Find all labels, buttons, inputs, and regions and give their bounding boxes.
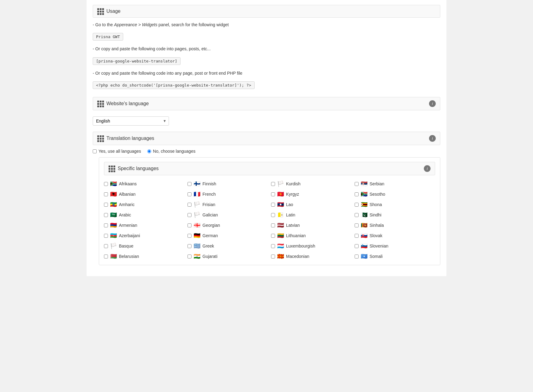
lang-name-text: Amharic xyxy=(119,202,134,207)
lang-checkbox[interactable] xyxy=(355,203,359,207)
lang-checkbox[interactable] xyxy=(188,255,191,258)
lang-checkbox[interactable] xyxy=(271,223,275,227)
shortcode-box[interactable]: [prisna-google-website-translator] xyxy=(93,57,181,65)
lang-item[interactable]: 🏳️Frisian xyxy=(188,200,268,209)
lang-checkbox[interactable] xyxy=(188,213,191,217)
lang-item[interactable]: 🇷🇸Serbian xyxy=(355,180,435,188)
lang-checkbox[interactable] xyxy=(104,182,108,186)
lang-checkbox[interactable] xyxy=(104,192,108,196)
lang-checkbox[interactable] xyxy=(104,244,108,248)
lang-checkbox[interactable] xyxy=(271,255,275,258)
lang-checkbox[interactable] xyxy=(355,234,359,238)
lang-checkbox[interactable] xyxy=(355,213,359,217)
lang-item[interactable]: 🇱🇻Latvian xyxy=(271,221,352,230)
lang-item[interactable]: 🇱🇹Lithuanian xyxy=(271,231,352,240)
lang-item[interactable]: 🇿🇦Sesotho xyxy=(355,190,435,198)
flag-icon: 🇪🇹 xyxy=(110,201,117,208)
use-all-languages-checkbox[interactable] xyxy=(93,149,97,153)
lang-item[interactable]: 🇦🇲Armenian xyxy=(104,221,184,230)
lang-checkbox[interactable] xyxy=(188,244,191,248)
lang-name-text: Kyrgyz xyxy=(286,192,299,197)
translation-languages-section: Translation languages i Yes, use all lan… xyxy=(93,132,440,265)
flag-icon: 🇲🇰 xyxy=(277,253,284,260)
flag-icon: 🏳️ xyxy=(277,180,284,187)
lang-item[interactable]: 🇱🇰Sinhala xyxy=(355,221,435,230)
lang-name-text: Greek xyxy=(202,244,214,248)
specific-grid-icon xyxy=(109,166,115,172)
lang-checkbox[interactable] xyxy=(188,192,191,196)
lang-checkbox[interactable] xyxy=(271,182,275,186)
flag-icon: 🇬🇷 xyxy=(194,243,200,249)
lang-item[interactable]: 🇮🇳Gujarati xyxy=(188,252,268,261)
translation-languages-info-icon[interactable]: i xyxy=(429,135,436,142)
lang-item[interactable]: 🇵🇰Sindhi xyxy=(355,211,435,219)
lang-checkbox[interactable] xyxy=(104,203,108,207)
flag-icon: 🏳️ xyxy=(110,243,117,249)
lang-checkbox[interactable] xyxy=(104,255,108,258)
translation-grid-icon xyxy=(97,135,103,141)
lang-checkbox[interactable] xyxy=(355,192,359,196)
lang-item[interactable]: 🇿🇦Afrikaans xyxy=(104,180,184,188)
language-select[interactable]: English Afrikaans French German Spanish xyxy=(93,116,169,126)
flag-icon: 🇱🇻 xyxy=(277,222,284,229)
specific-languages-wrapper: Specific languages i 🇿🇦Afrikaans🇫🇮Finnis… xyxy=(99,157,440,265)
choose-languages-radio[interactable] xyxy=(147,149,151,153)
lang-name-text: Belarusian xyxy=(119,254,139,259)
lang-checkbox[interactable] xyxy=(104,213,108,217)
lang-checkbox[interactable] xyxy=(355,244,359,248)
lang-checkbox[interactable] xyxy=(104,234,108,238)
lang-name-text: French xyxy=(202,192,216,197)
widget-name-code[interactable]: Prisna GWT xyxy=(93,33,123,41)
lang-item[interactable]: 🏳️Basque xyxy=(104,242,184,250)
lang-item[interactable]: 🇸🇦Arabic xyxy=(104,211,184,219)
lang-checkbox[interactable] xyxy=(271,244,275,248)
lang-name-text: Georgian xyxy=(202,223,220,228)
lang-checkbox[interactable] xyxy=(271,234,275,238)
lang-item[interactable]: 🇸🇴Somali xyxy=(355,252,435,261)
choose-languages-label[interactable]: No, choose languages xyxy=(147,149,195,154)
lang-item[interactable]: 🇬🇷Greek xyxy=(188,242,268,250)
lang-name-text: Macedonian xyxy=(286,254,309,259)
lang-item[interactable]: 🇰🇬Kyrgyz xyxy=(271,190,352,198)
lang-checkbox[interactable] xyxy=(104,223,108,227)
lang-item[interactable]: 🇲🇰Macedonian xyxy=(271,252,352,261)
lang-checkbox[interactable] xyxy=(271,192,275,196)
lang-checkbox[interactable] xyxy=(355,223,359,227)
specific-languages-info-icon[interactable]: i xyxy=(424,165,431,172)
lang-checkbox[interactable] xyxy=(271,213,275,217)
lang-item[interactable]: 🇩🇪German xyxy=(188,231,268,240)
flag-icon: 🇻🇦 xyxy=(277,212,284,218)
lang-item[interactable]: 🇦🇱Albanian xyxy=(104,190,184,198)
lang-item[interactable]: 🏳️Galician xyxy=(188,211,268,219)
lang-item[interactable]: 🇬🇪Georgian xyxy=(188,221,268,230)
lang-item[interactable]: 🇦🇿Azerbaijani xyxy=(104,231,184,240)
lang-checkbox[interactable] xyxy=(271,203,275,207)
lang-item[interactable]: 🇫🇷French xyxy=(188,190,268,198)
lang-checkbox[interactable] xyxy=(188,182,191,186)
usage-step2: - Or copy and paste the following code i… xyxy=(93,45,440,52)
lang-name-text: Latin xyxy=(286,212,295,217)
lang-item[interactable]: 🇿🇼Shona xyxy=(355,200,435,209)
lang-item[interactable]: 🇸🇰Slovak xyxy=(355,231,435,240)
lang-checkbox[interactable] xyxy=(188,203,191,207)
lang-item[interactable]: 🇸🇮Slovenian xyxy=(355,242,435,250)
lang-checkbox[interactable] xyxy=(188,234,191,238)
use-all-languages-label[interactable]: Yes, use all languages xyxy=(93,149,141,154)
php-code-box[interactable]: <?php echo do_shortcode('[prisna-google-… xyxy=(93,81,255,89)
lang-item[interactable]: 🇱🇦Lao xyxy=(271,200,352,209)
lang-item[interactable]: 🇧🇾Belarusian xyxy=(104,252,184,261)
lang-item[interactable]: 🇱🇺Luxembourgish xyxy=(271,242,352,250)
lang-item[interactable]: 🇫🇮Finnish xyxy=(188,180,268,188)
flag-icon: 🇬🇪 xyxy=(194,222,200,229)
flag-icon: 🇦🇱 xyxy=(110,191,117,198)
lang-item[interactable]: 🇪🇹Amharic xyxy=(104,200,184,209)
lang-checkbox[interactable] xyxy=(188,223,191,227)
lang-checkbox[interactable] xyxy=(355,255,359,258)
flag-icon: 🇿🇦 xyxy=(361,191,367,198)
lang-checkbox[interactable] xyxy=(355,182,359,186)
lang-item[interactable]: 🏳️Kurdish xyxy=(271,180,352,188)
lang-item[interactable]: 🇻🇦Latin xyxy=(271,211,352,219)
lang-name-text: Basque xyxy=(119,244,133,248)
lang-name-text: Latvian xyxy=(286,223,300,228)
website-language-info-icon[interactable]: i xyxy=(429,100,436,107)
